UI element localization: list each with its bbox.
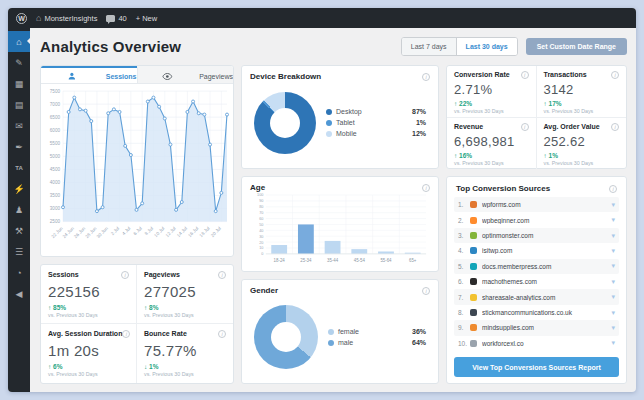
info-icon[interactable] (611, 123, 619, 131)
legend-dot-icon (326, 109, 332, 115)
chevron-down-icon[interactable] (611, 216, 615, 224)
stat-value: 75.77% (144, 342, 226, 359)
source-row[interactable]: 9.mindsupplies.com (454, 320, 619, 335)
view-report-button[interactable]: View Top Conversions Sources Report (454, 357, 619, 377)
last-30-days-button[interactable]: Last 30 days (456, 38, 517, 55)
legend-label: Mobile (336, 130, 357, 137)
source-row[interactable]: 5.docs.memberpress.com (454, 259, 619, 274)
insights-icon: ◔ (16, 268, 21, 278)
chevron-down-icon[interactable] (611, 324, 615, 332)
stat-value: 1m 20s (48, 342, 129, 359)
svg-text:30: 30 (259, 235, 263, 239)
source-rank: 2. (458, 217, 470, 224)
favicon-icon (470, 232, 477, 239)
legend-item-male[interactable]: male64% (328, 339, 426, 346)
stat-value: 6,698,981 (454, 134, 529, 149)
chevron-down-icon[interactable] (611, 232, 615, 240)
tab-pageviews[interactable]: Pageviews (137, 66, 234, 83)
sidebar-item-settings[interactable]: ☰ (8, 241, 30, 262)
site-menu[interactable]: MonsterInsights (36, 13, 97, 23)
svg-text:2 Jul: 2 Jul (110, 226, 120, 236)
new-content-menu[interactable]: + New (136, 14, 157, 23)
source-row[interactable]: 1.wpforms.com (454, 197, 619, 212)
source-row[interactable]: 3.optinmonster.com (454, 228, 619, 243)
stat-bounce-rate: Bounce Rate 75.77% ↓ 1% vs. Previous 30 … (137, 324, 233, 383)
sidebar-item-plugins[interactable]: ⚡ (8, 178, 30, 199)
comments-menu[interactable]: 40 (106, 14, 126, 23)
svg-text:7000: 7000 (50, 102, 61, 107)
sidebar-item-users[interactable]: ♟ (8, 199, 30, 220)
info-icon[interactable] (122, 330, 130, 338)
source-row[interactable]: 4.isitwp.com (454, 243, 619, 258)
chevron-down-icon[interactable] (611, 339, 615, 347)
favicon-icon (470, 294, 477, 301)
info-icon[interactable] (422, 184, 430, 192)
ta-plugin-icon: TA (15, 165, 23, 171)
info-icon[interactable] (422, 73, 430, 81)
source-row[interactable]: 7.shareasale-analytics.com (454, 289, 619, 304)
source-domain: stickmancommunications.co.uk (482, 309, 611, 316)
legend-dot-icon (328, 340, 334, 346)
conversion-sources-list: 1.wpforms.com2.wpbeginner.com3.optinmons… (454, 197, 619, 351)
stat-value: 225156 (48, 283, 129, 300)
source-row[interactable]: 2.wpbeginner.com (454, 212, 619, 227)
svg-text:2500: 2500 (50, 219, 61, 224)
comments-count: 40 (118, 14, 126, 23)
sidebar-item-ta-plugin[interactable]: TA (8, 157, 30, 178)
source-rank: 6. (458, 278, 470, 285)
chevron-down-icon[interactable] (611, 278, 615, 286)
device-legend: Desktop87%Tablet1%Mobile12% (326, 108, 428, 137)
svg-text:35-44: 35-44 (327, 258, 339, 263)
sidebar-item-dashboard[interactable]: ⌂ (8, 31, 30, 52)
sidebar-item-appearance[interactable]: ✒ (8, 136, 30, 157)
sidebar-item-comments[interactable]: ✉ (8, 115, 30, 136)
sidebar-item-posts[interactable]: ✎ (8, 52, 30, 73)
stat-note: vs. Previous 30 Days (454, 160, 529, 166)
svg-text:90: 90 (259, 199, 263, 203)
last-7-days-button[interactable]: Last 7 days (402, 38, 456, 55)
svg-text:65+: 65+ (409, 258, 417, 263)
info-icon[interactable] (121, 271, 129, 279)
tab-sessions[interactable]: Sessions (41, 66, 137, 83)
source-rank: 9. (458, 324, 470, 331)
source-rank: 8. (458, 309, 470, 316)
info-icon[interactable] (521, 123, 529, 131)
wp-admin-sidebar: ⌂✎▦▤✉✒TA⚡♟⚒☰◔◀ (8, 28, 30, 392)
svg-text:5500: 5500 (50, 141, 61, 146)
chevron-down-icon[interactable] (611, 262, 615, 270)
source-domain: docs.memberpress.com (482, 263, 611, 270)
legend-item-desktop[interactable]: Desktop87% (326, 108, 426, 115)
dashboard-icon: ⌂ (16, 37, 21, 47)
sidebar-item-pages[interactable]: ▤ (8, 94, 30, 115)
info-icon[interactable] (422, 287, 430, 295)
wp-logo-menu[interactable] (16, 13, 27, 24)
info-icon[interactable] (521, 71, 529, 79)
svg-text:3000: 3000 (50, 206, 61, 211)
set-custom-date-range-button[interactable]: Set Custom Date Range (526, 38, 627, 55)
chevron-down-icon[interactable] (611, 201, 615, 209)
sessions-chart-card: Sessions Pageviews 22 (40, 65, 234, 257)
info-icon[interactable] (218, 330, 226, 338)
sidebar-item-collapse[interactable]: ◀ (8, 283, 30, 304)
legend-item-female[interactable]: female36% (328, 328, 426, 335)
legend-item-mobile[interactable]: Mobile12% (326, 130, 426, 137)
stat-change: ↑ 1% (544, 152, 620, 159)
info-icon[interactable] (611, 71, 619, 79)
chevron-down-icon[interactable] (611, 309, 615, 317)
info-icon[interactable] (218, 271, 226, 279)
chevron-down-icon[interactable] (611, 293, 615, 301)
users-icon: ♟ (15, 205, 23, 215)
age-bar-chart: 010203040506070809010018-2425-3435-4445-… (250, 192, 430, 265)
source-row[interactable]: 10.workforcexl.co (454, 336, 619, 351)
chevron-down-icon[interactable] (611, 247, 615, 255)
stat-change: ↑ 17% (544, 100, 620, 107)
sidebar-item-tools[interactable]: ⚒ (8, 220, 30, 241)
legend-item-tablet[interactable]: Tablet1% (326, 119, 426, 126)
source-row[interactable]: 8.stickmancommunications.co.uk (454, 305, 619, 320)
source-row[interactable]: 6.machothemes.com (454, 274, 619, 289)
info-icon[interactable] (609, 185, 617, 193)
person-icon (41, 72, 103, 80)
sidebar-item-media[interactable]: ▦ (8, 73, 30, 94)
stat-change: ↑ 22% (454, 100, 529, 107)
sidebar-item-insights[interactable]: ◔ (8, 262, 30, 283)
